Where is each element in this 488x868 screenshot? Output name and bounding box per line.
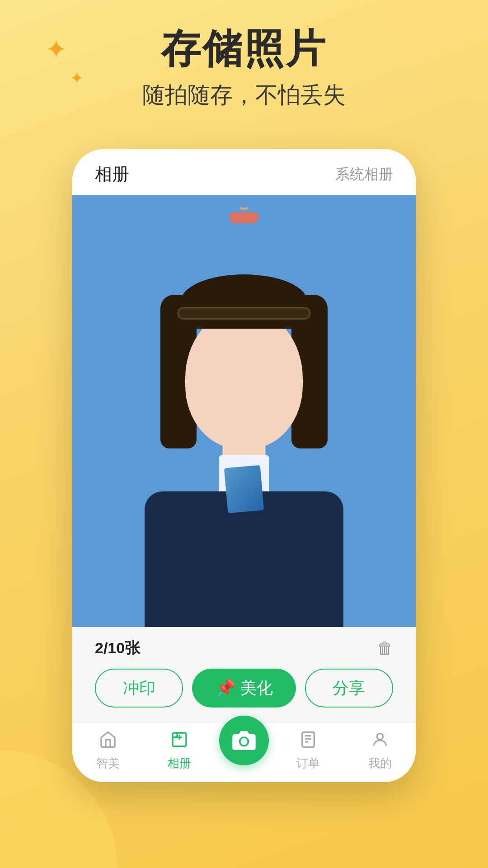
bottom-action-area: 2/10张 🗑 冲印 📌 美化 分享 [72, 627, 416, 723]
delete-icon[interactable]: 🗑 [377, 639, 393, 658]
face [185, 308, 303, 448]
heading-area: 存储照片 随拍随存，不怕丢失 [0, 27, 488, 110]
share-button[interactable]: 分享 [305, 669, 393, 708]
phone-topbar: 相册 系统相册 [72, 149, 416, 195]
system-album-label[interactable]: 系统相册 [335, 165, 393, 184]
photo-count: 2/10张 [95, 638, 140, 659]
svg-point-3 [240, 737, 249, 746]
nav-label-zhimei: 智美 [96, 755, 120, 771]
nav-label-order: 订单 [296, 755, 320, 771]
nav-label-profile: 我的 [368, 755, 392, 771]
headband [178, 307, 311, 320]
nose [238, 199, 250, 210]
nav-item-order[interactable]: 订单 [272, 731, 344, 771]
photo-count-row: 2/10张 🗑 [95, 638, 393, 659]
camera-button[interactable] [219, 716, 269, 765]
nav-item-profile[interactable]: 我的 [344, 731, 416, 771]
beautify-button[interactable]: 📌 美化 [192, 669, 296, 708]
action-buttons-row: 冲印 📌 美化 分享 [95, 669, 393, 708]
nav-item-album[interactable]: 相册 [144, 731, 215, 771]
pin-icon: 📌 [216, 679, 236, 698]
lips [230, 212, 259, 223]
beautify-label: 美化 [240, 677, 273, 699]
portrait-photo [72, 195, 416, 627]
album-title: 相册 [95, 163, 129, 186]
order-icon [299, 731, 317, 753]
svg-point-8 [377, 734, 383, 740]
home-icon [99, 731, 117, 753]
profile-icon [371, 731, 389, 753]
main-title: 存储照片 [0, 27, 488, 71]
sub-title: 随拍随存，不怕丢失 [0, 80, 488, 110]
nav-label-album: 相册 [168, 755, 191, 771]
nav-item-zhimei[interactable]: 智美 [72, 731, 144, 771]
print-button[interactable]: 冲印 [95, 669, 183, 708]
bottom-navigation: 智美 相册 [72, 723, 416, 782]
phone-mockup: 相册 系统相册 [72, 149, 416, 782]
nav-item-camera[interactable] [216, 736, 273, 765]
photo-display [72, 195, 416, 627]
necktie [224, 465, 264, 514]
hair-top [181, 274, 307, 329]
album-icon [170, 731, 188, 753]
photo-count-display: 2/10张 [95, 639, 140, 656]
